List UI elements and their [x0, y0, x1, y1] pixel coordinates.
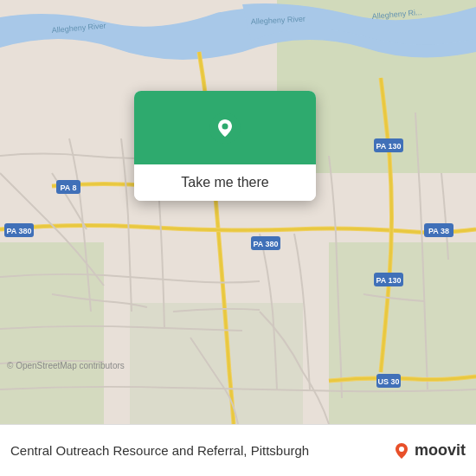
svg-text:PA 8: PA 8	[60, 183, 76, 192]
location-pin-icon	[209, 113, 241, 144]
svg-point-27	[222, 123, 228, 129]
take-me-there-button[interactable]: Take me there	[134, 164, 316, 201]
moovit-text: moovit	[415, 441, 466, 460]
place-name: Central Outreach Resource and Referral, …	[10, 443, 385, 458]
svg-text:US 30: US 30	[377, 377, 399, 386]
bottom-bar: Central Outreach Resource and Referral, …	[0, 424, 476, 476]
svg-rect-3	[329, 242, 476, 424]
svg-rect-4	[130, 303, 303, 424]
svg-point-28	[399, 447, 404, 452]
map-container: Allegheny River Allegheny River Alleghen…	[0, 0, 476, 424]
svg-text:PA 130: PA 130	[376, 142, 401, 151]
svg-text:PA 38: PA 38	[428, 227, 449, 235]
popup-map-preview	[134, 91, 316, 164]
popup-card[interactable]: Take me there	[134, 91, 316, 201]
copyright-text: © OpenStreetMap contributors	[7, 361, 125, 370]
moovit-pin-icon	[392, 441, 411, 460]
svg-text:PA 130: PA 130	[376, 276, 401, 285]
take-me-there-label: Take me there	[181, 175, 268, 190]
svg-text:PA 380: PA 380	[6, 227, 31, 235]
moovit-logo: moovit	[392, 441, 466, 460]
svg-rect-2	[0, 242, 104, 424]
svg-text:PA 380: PA 380	[253, 240, 278, 248]
